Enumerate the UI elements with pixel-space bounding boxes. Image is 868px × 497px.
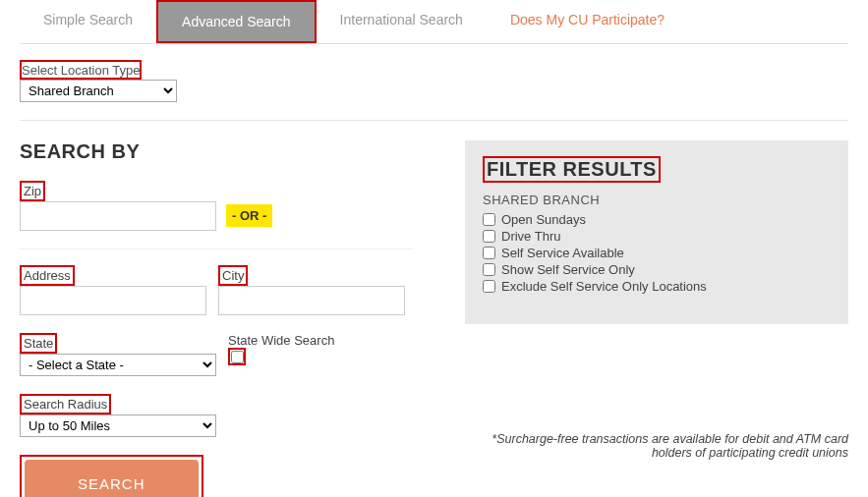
state-label: State	[22, 335, 55, 352]
radius-label: Search Radius	[22, 396, 109, 413]
tabs: Simple Search Advanced Search Internatio…	[20, 0, 848, 44]
footnote: *Surcharge-free transactions are availab…	[465, 432, 848, 460]
address-input[interactable]	[20, 286, 206, 315]
state-wide-label: State Wide Search	[228, 333, 334, 348]
filter-option: Drive Thru	[483, 228, 831, 245]
filter-option: Exclude Self Service Only Locations	[483, 278, 831, 295]
state-select[interactable]: - Select a State -	[20, 354, 216, 376]
filter-option-label: Self Service Available	[501, 246, 624, 260]
zip-label: Zip	[22, 183, 43, 199]
address-label: Address	[22, 267, 73, 284]
tab-advanced-search[interactable]: Advanced Search	[158, 2, 315, 41]
divider	[20, 120, 848, 121]
city-label: City	[220, 267, 246, 284]
filter-checkbox-self-service-only[interactable]	[483, 263, 495, 276]
state-wide-checkbox[interactable]	[231, 351, 244, 363]
filter-checkbox-open-sundays[interactable]	[483, 213, 495, 226]
divider-thin	[20, 248, 413, 249]
tab-international-search[interactable]: International Search	[317, 0, 487, 43]
filter-checkbox-self-service[interactable]	[483, 247, 495, 259]
or-separator: - OR -	[226, 204, 272, 227]
filter-option-label: Show Self Service Only	[501, 262, 635, 277]
filter-option-label: Open Sundays	[501, 212, 586, 227]
filter-option: Open Sundays	[483, 211, 831, 228]
search-button[interactable]: SEARCH	[25, 460, 199, 497]
filter-heading: FILTER RESULTS	[487, 158, 657, 181]
radius-select[interactable]: Up to 50 Miles	[20, 414, 216, 437]
location-type-select[interactable]: Shared Branch	[20, 80, 177, 102]
filter-panel: FILTER RESULTS SHARED BRANCH Open Sunday…	[465, 140, 848, 324]
search-by-heading: SEARCH BY	[20, 140, 435, 163]
filter-option: Self Service Available	[483, 245, 831, 261]
filter-checkbox-exclude-self-service[interactable]	[483, 280, 495, 293]
zip-input[interactable]	[20, 201, 216, 231]
filter-option-label: Exclude Self Service Only Locations	[501, 279, 707, 294]
city-input[interactable]	[218, 286, 405, 315]
filter-checkbox-drive-thru[interactable]	[483, 230, 495, 243]
tab-simple-search[interactable]: Simple Search	[20, 0, 156, 43]
filter-option-label: Drive Thru	[501, 229, 560, 244]
filter-option: Show Self Service Only	[483, 261, 831, 278]
filter-list: Open Sundays Drive Thru Self Service Ava…	[483, 211, 831, 295]
filter-subheading: SHARED BRANCH	[483, 193, 831, 207]
tab-cu-participate[interactable]: Does My CU Participate?	[487, 0, 688, 43]
location-type-label: Select Location Type	[22, 63, 140, 78]
